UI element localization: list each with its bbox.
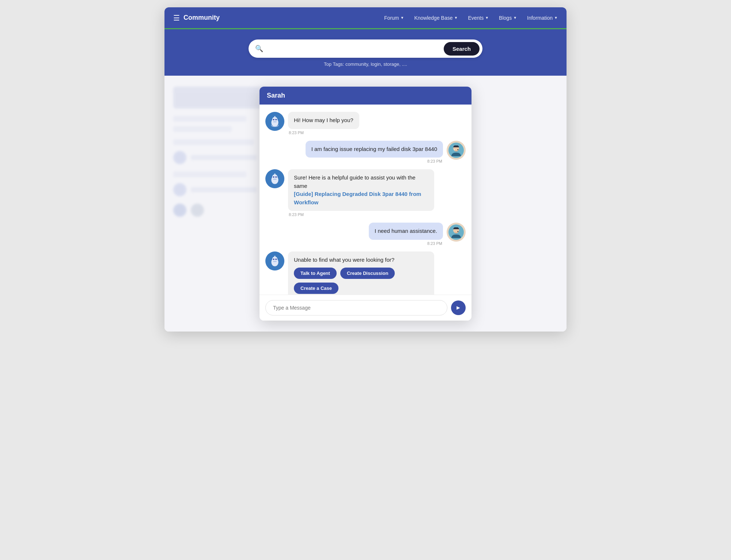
talk-to-agent-button[interactable]: Talk to Agent: [294, 268, 337, 279]
chat-messages: Hi! How may I help you? 8:23 PM: [260, 105, 471, 295]
msg-bubble-wrap-1: Hi! How may I help you? 8:23 PM: [288, 112, 359, 135]
msg-bubble-wrap-2: I am facing issue replacing my failed di…: [306, 141, 443, 164]
msg-bubble-4: I need human assistance.: [369, 223, 443, 240]
nav-link-information[interactable]: Information ▼: [527, 15, 558, 21]
chat-message-input[interactable]: [265, 300, 447, 315]
msg-bubble-wrap-5: Unable to find what you were looking for…: [288, 251, 434, 295]
main-content: Sarah: [164, 76, 567, 332]
message-row-2: I am facing issue replacing my failed di…: [265, 141, 466, 164]
search-bar: 🔍 Search: [249, 39, 482, 58]
message-row-3: Sure! Here is a helpful guide to assist …: [265, 169, 466, 217]
msg-bubble-wrap-3: Sure! Here is a helpful guide to assist …: [288, 169, 434, 217]
nav-link-forum[interactable]: Forum ▼: [384, 15, 404, 21]
bg-card-1: [173, 87, 268, 109]
chat-title: Sarah: [267, 92, 285, 99]
svg-point-26: [273, 258, 274, 260]
user-avatar-1: [447, 141, 466, 160]
message-row-5: Unable to find what you were looking for…: [265, 251, 466, 295]
search-input[interactable]: [266, 46, 444, 52]
svg-rect-5: [273, 121, 277, 122]
send-button[interactable]: ►: [451, 300, 466, 315]
search-icon: 🔍: [255, 45, 263, 53]
bg-text-1: [191, 155, 257, 160]
top-tags-text: Top Tags: community, login, storage, ...…: [324, 61, 407, 67]
nav-brand: Community: [183, 14, 220, 22]
chevron-down-icon: ▼: [513, 16, 517, 20]
bg-item-3: [173, 139, 254, 145]
nav-link-knowledge-base[interactable]: Knowledge Base ▼: [414, 15, 458, 21]
bg-item-2: [173, 126, 232, 132]
top-nav: ☰ Community Forum ▼ Knowledge Base ▼ Eve…: [164, 7, 567, 29]
search-button[interactable]: Search: [444, 42, 480, 56]
msg-time-2: 8:23 PM: [427, 159, 443, 163]
chat-header: Sarah: [260, 87, 471, 105]
search-area: 🔍 Search Top Tags: community, login, sto…: [164, 29, 567, 76]
svg-point-19: [274, 173, 275, 174]
create-discussion-button[interactable]: Create Discussion: [340, 268, 395, 279]
send-icon: ►: [455, 304, 461, 311]
chevron-down-icon: ▼: [554, 16, 558, 20]
msg-bubble-3: Sure! Here is a helpful guide to assist …: [288, 169, 434, 211]
user-avatar-2: [447, 223, 466, 242]
browser-window: ☰ Community Forum ▼ Knowledge Base ▼ Eve…: [164, 7, 567, 332]
msg-bubble-2: I am facing issue replacing my failed di…: [306, 141, 443, 158]
svg-rect-28: [273, 261, 277, 262]
msg-time-1: 8:23 PM: [288, 130, 359, 135]
msg-bubble-wrap-4: I need human assistance. 8:23 PM: [369, 223, 443, 246]
nav-link-blogs[interactable]: Blogs ▼: [499, 15, 517, 21]
svg-point-30: [274, 256, 275, 257]
chevron-down-icon: ▼: [401, 16, 404, 20]
message-row-1: Hi! How may I help you? 8:23 PM: [265, 112, 466, 135]
svg-point-4: [275, 119, 277, 120]
bg-text-2: [191, 187, 257, 192]
msg-bubble-5: Unable to find what you were looking for…: [288, 251, 434, 295]
chevron-down-icon: ▼: [485, 16, 489, 20]
svg-point-10: [454, 149, 455, 150]
nav-logo-area: ☰ Community: [173, 14, 220, 22]
guide-link[interactable]: [Guide] Replacing Degraded Disk 3par 844…: [294, 191, 421, 205]
svg-point-16: [275, 176, 277, 178]
action-buttons: Talk to Agent Create Discussion Create a…: [294, 268, 428, 294]
nav-link-events[interactable]: Events ▼: [468, 15, 489, 21]
msg-time-4: 8:23 PM: [427, 241, 443, 246]
svg-point-3: [273, 119, 274, 120]
bg-avatar-1: [173, 151, 186, 164]
bg-avatar-2: [173, 183, 186, 196]
svg-rect-17: [273, 179, 277, 179]
svg-point-7: [274, 116, 275, 117]
hamburger-icon[interactable]: ☰: [173, 14, 180, 22]
bot-avatar-3: [265, 251, 284, 270]
chat-input-area: ►: [260, 295, 471, 321]
message-row-4: I need human assistance. 8:23 PM: [265, 223, 466, 246]
msg-bubble-1: Hi! How may I help you?: [288, 112, 359, 129]
bot-avatar-2: [265, 169, 284, 188]
create-case-button[interactable]: Create a Case: [294, 283, 338, 294]
chat-widget: Sarah: [260, 87, 471, 321]
chevron-down-icon: ▼: [454, 16, 458, 20]
bg-item-1: [173, 116, 246, 122]
svg-point-22: [458, 231, 458, 232]
svg-point-27: [275, 258, 277, 260]
svg-point-11: [458, 149, 458, 150]
bg-avatar-3: [173, 204, 186, 217]
bg-item-4: [173, 171, 246, 177]
bg-avatar-4: [191, 204, 204, 217]
msg-time-3: 8:23 PM: [288, 212, 434, 217]
bot-avatar-1: [265, 112, 284, 131]
svg-point-15: [273, 176, 274, 178]
nav-links: Forum ▼ Knowledge Base ▼ Events ▼ Blogs …: [384, 15, 558, 21]
